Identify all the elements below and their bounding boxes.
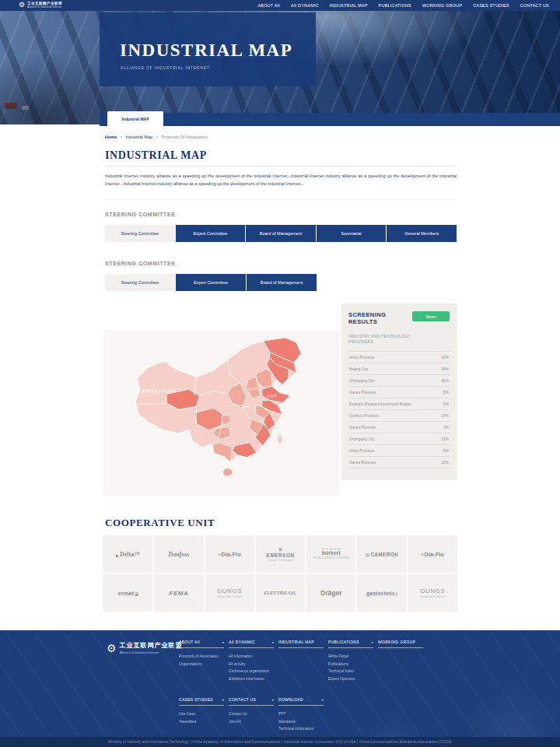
nav-item-dynamic[interactable]: AII DYNAMIC	[291, 3, 319, 8]
chevron-down-icon: ▾	[222, 640, 224, 644]
dungs-logo: DUNGS	[217, 587, 242, 594]
breadcrumb-industrial-map[interactable]: Industrial Map	[126, 135, 153, 139]
partner-logo-electro-oil[interactable]: ELECTRO.OIL	[256, 574, 305, 612]
map-label-shandong: 山东省	[268, 394, 277, 398]
footer-link[interactable]: Protocols of Association	[179, 653, 224, 661]
footer-link[interactable]: All information	[229, 653, 274, 661]
hero-active-tab[interactable]: Industrial MAP	[107, 111, 163, 126]
section-heading-committee-2: STEERING COMMITTEE	[105, 261, 176, 266]
logo-text-zh: 工业互联网产业联盟	[27, 2, 62, 5]
footer-link[interactable]: Technical information	[278, 725, 324, 733]
footer-link[interactable]: Standards	[278, 718, 324, 726]
footer-col-cases-title[interactable]: CASES STUDIES▾	[179, 697, 224, 706]
region-value: 14%	[441, 414, 449, 418]
footer-col-working-group-title[interactable]: WORKING GROUP	[378, 640, 423, 648]
tab-steering-committee[interactable]: Steering Committee	[105, 225, 176, 242]
footer-logo[interactable]: ⚙ 工业互联网产业联盟 Alliance of Industrial Inter…	[107, 641, 183, 654]
footer-col-about-title[interactable]: ABOUT AII▾	[179, 640, 224, 648]
footer-link[interactable]: Organizations	[179, 661, 224, 668]
partner-logo-danfoss[interactable]: Danfoss	[154, 535, 203, 573]
footer-col-about: ABOUT AII▾ Protocols of Association Orga…	[179, 640, 224, 668]
footer-col-title-text: ABOUT AII	[179, 640, 200, 644]
footer-link[interactable]: Join AII	[229, 718, 274, 726]
screening-results-title: SCREENING RESULTS	[348, 311, 403, 325]
chevron-down-icon: ▾	[272, 698, 274, 702]
footer-col-contact-title[interactable]: CONTACT US▾	[229, 697, 274, 706]
footer-link[interactable]: Expert Opinions	[328, 675, 373, 683]
footer-link[interactable]: Exhibition information	[229, 675, 274, 683]
region-name: Gansu Province	[349, 461, 376, 465]
footer-link[interactable]: PPT	[278, 710, 324, 718]
partner-logo-delta[interactable]: Delta™	[103, 535, 152, 573]
site-logo[interactable]: ⚙ 工业互联网产业联盟 Alliance of Industrial Inter…	[19, 2, 62, 9]
tab-expert-committee[interactable]: Expert Committee	[176, 225, 247, 242]
footer-col-industrial-map-title[interactable]: INDUSTRIAL MAP	[278, 640, 324, 648]
region-value: 5%	[443, 402, 449, 406]
tab-board-of-management[interactable]: Board of Management	[246, 225, 317, 242]
partner-logo-ermaf[interactable]: ermaf	[103, 574, 152, 612]
china-choropleth-map: 新疆维吾尔自治区 山西省 山东省	[103, 330, 339, 496]
breadcrumb-current: Protocols Of Association	[161, 135, 208, 139]
nav-item-industrial-map[interactable]: INDUSTRIAL MAP	[330, 3, 368, 8]
footer-link[interactable]: Publications	[328, 661, 373, 668]
footer-link[interactable]: Use Case	[179, 710, 224, 718]
footer-link[interactable]: Contact Us	[229, 710, 274, 718]
partner-logo-drager[interactable]: Dräger	[306, 574, 355, 612]
region-name: Anhui Province	[349, 449, 374, 453]
partner-logo-dungs-2[interactable]: DUNGSCombustion Controls	[408, 574, 457, 612]
nav-item-working-group[interactable]: WORKING GROUP	[422, 3, 462, 8]
map-province-taiwan[interactable]	[277, 434, 282, 444]
nav-item-cases-studies[interactable]: CASES STUDIES	[473, 3, 509, 8]
nav-item-contact[interactable]: CONTACT US	[520, 3, 549, 8]
delta-logo: Delta™	[116, 551, 140, 558]
region-name: Gansu Province	[349, 426, 376, 430]
dungs-tagline: Combustion Controls	[420, 595, 446, 598]
section-heading-committee-1: STEERING COMMITTEE	[105, 212, 176, 217]
footer-col-download-title[interactable]: DOWNLOAD▾	[278, 697, 324, 706]
footer-link[interactable]: Technical Index	[328, 668, 373, 675]
map-province-hainan[interactable]	[223, 468, 233, 476]
emerson-logo: EMERSON	[266, 547, 294, 558]
tab-expert-committee-2[interactable]: Expert Committee	[176, 274, 247, 291]
footer-link[interactable]: All activity	[229, 661, 274, 668]
tab-general-members[interactable]: General Members	[387, 225, 457, 242]
tab-secretariat[interactable]: Secretariat	[317, 225, 387, 242]
screening-row: Guizhou Province14%	[348, 410, 450, 422]
page-description: Industrial Internet industry alliance as…	[105, 172, 457, 188]
region-name: Gansu Province	[349, 391, 376, 395]
tab-board-of-management-2[interactable]: Board of Management	[247, 274, 317, 291]
nav-item-about[interactable]: ABOUT AII	[257, 3, 280, 8]
footer-col-dynamic-title[interactable]: AII DYNAMIC▾	[229, 640, 274, 648]
footer-link[interactable]: White Paper	[328, 653, 373, 661]
screening-category-label: INDUSTRY AND TECHNOLOGY PROVIDERS	[348, 334, 426, 345]
region-value: 4%	[443, 426, 449, 430]
hero-photo-accent	[22, 106, 29, 110]
gear-logo-icon: ⚙	[19, 2, 25, 9]
partner-logo-gastechnic[interactable]: gastechnic	[357, 574, 406, 612]
footer-col-dynamic: AII DYNAMIC▾ All information All activit…	[229, 640, 274, 682]
partner-logo-emerson[interactable]: EMERSONClimate Technologies	[256, 535, 305, 573]
footer-bottom-bar: Ministry of Industry and Information Tec…	[0, 737, 560, 747]
region-name: Guangxi Zhuang Autonomous Region	[349, 402, 411, 406]
partner-logo-cameron[interactable]: CAMERON	[357, 535, 406, 573]
partner-logo-fema[interactable]: FEMA	[154, 574, 203, 612]
tab-steering-committee-2[interactable]: Steering Committee	[105, 274, 176, 291]
breadcrumb-separator: >	[156, 135, 158, 139]
hero-title: INDUSTRIAL MAP	[120, 40, 292, 61]
reset-button[interactable]: Reset	[412, 311, 450, 321]
nav-item-publications[interactable]: PUBLICATIONS	[379, 3, 411, 8]
region-name: Guizhou Province	[349, 414, 379, 418]
partner-logo-diaflo[interactable]: Dia-Flo	[205, 535, 254, 573]
footer-col-download: DOWNLOAD▾ PPT Standards Technical inform…	[278, 697, 324, 733]
footer-col-publications-title[interactable]: PUBLICATIONS▾	[328, 640, 373, 648]
partner-logo-diaflo-2[interactable]: Dia-Flo	[408, 535, 457, 573]
screening-row: Chongqing City42%	[348, 375, 450, 387]
footer-link[interactable]: Conference organization	[229, 668, 274, 675]
partner-logo-dungs[interactable]: DUNGSCombustion Controls	[205, 574, 254, 612]
partner-logo-burkert[interactable]: bürkertFLUID CONTROL SYSTEMS	[306, 535, 355, 573]
footer-col-title-text: CASES STUDIES	[179, 697, 213, 702]
ermaf-logo: ermaf	[118, 590, 138, 597]
footer-link[interactable]: Testedbed	[179, 718, 224, 726]
committee-tabs-1: Steering Committee Expert Committee Boar…	[105, 225, 457, 242]
breadcrumb-home[interactable]: Home	[105, 135, 117, 139]
